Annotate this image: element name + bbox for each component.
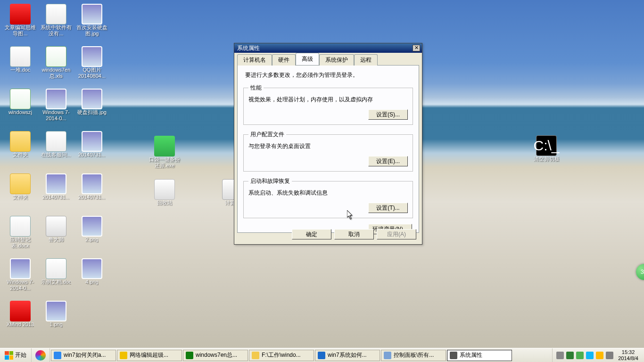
file-icon (82, 4, 102, 25)
task-label: 网络编辑超级... (130, 351, 168, 359)
task-label: F:\工作\windo... (262, 351, 301, 359)
group-user-profiles: 用户配置文件 与您登录有关的桌面设置 设置(E)... (243, 131, 413, 172)
tray-vol[interactable] (606, 352, 613, 359)
taskbar-clock[interactable]: 15:32 2014/8/4 (616, 349, 640, 362)
desktop-icon-doc-online[interactable]: 在线客服问... (39, 130, 74, 170)
group-desc: 与您登录有关的桌面设置 (248, 142, 408, 150)
start-label: 开始 (15, 351, 26, 359)
file-icon (10, 173, 31, 194)
file-icon (10, 46, 31, 67)
desktop-icon-recycle-bin[interactable]: 回收站 (147, 178, 182, 218)
desktop-icon-xmind-2013[interactable]: XMind 2013 (3, 300, 38, 339)
cancel-button[interactable]: 取消 (334, 229, 374, 239)
icon-label: 文章编写思维导图... (3, 25, 37, 37)
side-badge[interactable]: 31 (636, 264, 644, 280)
dialog-titlebar[interactable]: 系统属性 ✕ (234, 43, 422, 53)
icon-label: windows7en总.xls (39, 67, 73, 79)
task-label: 系统属性 (460, 351, 482, 359)
icon-label: 回收站 (157, 200, 173, 206)
dialog-tabs: 计算机名硬件高级系统保护远程 (234, 53, 422, 65)
cmd-icon: C:\_ (536, 135, 557, 156)
task-icon (384, 352, 391, 359)
task-wangluo[interactable]: 网络编辑超级... (117, 350, 182, 361)
file-icon (82, 173, 102, 194)
desktop-icon-clear-clipboard[interactable]: C:\_ 清空剪切板 (529, 134, 564, 174)
desktop-icon-img-201407b[interactable]: 20140731... (74, 130, 109, 170)
icon-label: 示例文档.doc (41, 279, 72, 285)
task-icon (252, 352, 259, 359)
tab-2[interactable]: 高级 (296, 53, 319, 65)
file-icon (46, 173, 66, 194)
icon-label: 1.png (50, 321, 63, 328)
desktop-icon-img-1png[interactable]: 1.png (39, 300, 74, 339)
desktop-icon-doc-sysinsw[interactable]: 系统中软件有没有... (39, 3, 74, 42)
desktop-icon-img-201407[interactable]: 20140731... (39, 173, 74, 212)
file-icon (82, 216, 102, 237)
desktop-icon-img-qqtupian[interactable]: QQ图片20140804... (74, 45, 109, 85)
tray-expand[interactable] (556, 352, 564, 359)
desktop-icon-xls-windowszj[interactable]: windowszj (3, 88, 38, 127)
tray-360[interactable] (596, 352, 603, 359)
desktop-icon-xls-win7en[interactable]: windows7en总.xls (39, 45, 74, 85)
task-fwork[interactable]: F:\工作\windo... (249, 350, 314, 361)
apply-button[interactable]: 应用(A) (377, 229, 416, 239)
desktop-icon-img-win7b[interactable]: Windows 7-2014-0... (39, 88, 74, 127)
desktop-icon-xmind-file[interactable]: 文章编写思维导图... (3, 3, 38, 42)
desktop-icon-doc-shili[interactable]: 示例文档.doc (39, 257, 74, 297)
desktop-icon-img-2png[interactable]: 2.png (74, 215, 109, 255)
desktop-icon-folder-2[interactable]: 文件夹 (3, 173, 38, 212)
tab-advanced-body: 要进行大多数更改，您必须作为管理员登录。 性能 视觉效果，处理器计划，内存使用，… (237, 65, 419, 233)
file-icon (82, 131, 102, 152)
tray-net[interactable] (566, 352, 574, 359)
icon-label: QQ图片20140804... (75, 67, 109, 79)
ok-button[interactable]: 确定 (292, 229, 331, 239)
task-icon (318, 352, 325, 359)
desktop-icon-img-4png[interactable]: 4.png (74, 257, 109, 297)
group-performance: 性能 视觉效果，处理器计划，内存使用，以及虚拟内存 设置(S)... (243, 84, 413, 125)
desktop-icon-img-yingpan[interactable]: 硬盘扫描.jpg (74, 88, 109, 127)
startup-recovery-settings-button[interactable]: 设置(T)... (368, 203, 408, 213)
file-icon (46, 89, 66, 109)
desktop-icon-img-shouci[interactable]: 首次安装硬盘图.jpg (74, 3, 109, 42)
icon-label: 系统中软件有没有... (39, 25, 73, 37)
tray-shield[interactable] (576, 352, 584, 359)
file-icon (10, 301, 31, 321)
tab-1[interactable]: 硬件 (272, 54, 296, 66)
quick-launch-icon[interactable] (35, 350, 46, 361)
tab-3[interactable]: 系统保护 (319, 54, 354, 66)
file-icon (46, 258, 66, 279)
desktop-icon-folder-1[interactable]: 文件夹 (3, 130, 38, 170)
icon-label: 一堆.doc (10, 67, 31, 73)
icon-label: 20140731... (78, 194, 106, 200)
task-ctrlpanel[interactable]: 控制面板\所有... (381, 350, 446, 361)
tray-qq[interactable] (586, 352, 594, 359)
desktop-icon-app-ludashi[interactable]: 鲁大师 (39, 215, 74, 255)
icon-label: XMind 2013 (7, 321, 34, 328)
system-properties-dialog: 系统属性 ✕ 计算机名硬件高级系统保护远程 要进行大多数更改，您必须作为管理员登… (234, 43, 422, 245)
quick-launch (32, 348, 50, 362)
task-win7sys[interactable]: win7系统如何... (315, 350, 380, 361)
task-label: win7如何关闭a... (64, 351, 106, 359)
task-win7close[interactable]: win7如何关闭a... (51, 350, 116, 361)
file-icon (46, 131, 66, 152)
file-icon (10, 4, 31, 25)
icon-label: Windows 7-2014-0... (39, 109, 73, 122)
close-icon[interactable]: ✕ (413, 45, 420, 51)
tab-4[interactable]: 远程 (354, 54, 378, 66)
user-profiles-settings-button[interactable]: 设置(E)... (368, 156, 408, 166)
tab-0[interactable]: 计算机名 (237, 54, 272, 66)
start-button[interactable]: 开始 (0, 348, 32, 362)
desktop-icon-img-windows7[interactable]: Windows 7-2014-0... (3, 257, 38, 297)
performance-settings-button[interactable]: 设置(S)... (368, 109, 408, 120)
file-icon (154, 179, 175, 200)
desktop-icon-docx-yingpin[interactable]: 应聘登记表.docx (3, 215, 38, 255)
file-icon (10, 258, 31, 279)
task-win7en[interactable]: windows7en总... (183, 350, 248, 361)
desktop-icon-koudai-exe[interactable]: 口袋一键备份还原.exe (147, 135, 182, 174)
task-sysprops[interactable]: 系统属性 (447, 350, 512, 361)
file-icon (46, 216, 66, 237)
desktop-icon-doc-file[interactable]: 一堆.doc (3, 45, 38, 85)
icon-label: 首次安装硬盘图.jpg (75, 25, 109, 37)
desktop[interactable]: 文章编写思维导图...一堆.docwindowszj文件夹文件夹应聘登记表.do… (0, 0, 644, 348)
desktop-icon-img-201407c[interactable]: 20140731... (74, 173, 109, 212)
